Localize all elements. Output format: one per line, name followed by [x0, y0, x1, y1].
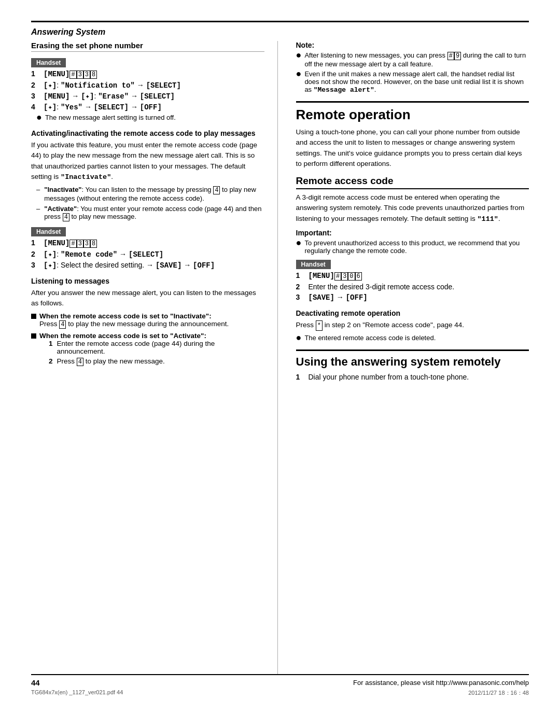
step-3: 3 [MENU] → [✦]: "Erase" → [SELECT] — [31, 92, 264, 101]
step-4-note: ● The new message alert setting is turne… — [36, 114, 264, 122]
section-activating-title: Activating/inactivating the remote acces… — [31, 129, 264, 137]
remote-op-title: Remote operation — [296, 101, 529, 123]
activating-steps: 1 [MENU]#338 2 [✦]: "Remote code" → [SEL… — [31, 239, 264, 270]
act-step-2: 2 [✦]: "Remote code" → [SELECT] — [31, 250, 264, 259]
act-step-1: 1 [MENU]#338 — [31, 239, 264, 248]
footer-page-num: 44 — [31, 678, 40, 687]
sub-step-1: 1 Enter the remote access code (page 44)… — [49, 340, 264, 355]
section-erasing-title: Erasing the set phone number — [31, 41, 264, 52]
meta-right: 2012/11/27 18：16：48 — [468, 689, 529, 697]
note-section: Note: ● After listening to new messages,… — [296, 41, 529, 94]
footer-center: For assistance, please visit http://www.… — [353, 679, 529, 687]
section-listening-title: Listening to messages — [31, 277, 264, 285]
remote-access-body: A 3-digit remote access code must be ent… — [296, 192, 529, 225]
step-2: 2 [✦]: "Notification to" → [SELECT] — [31, 81, 264, 90]
act-step-3: 3 [✦]: Select the desired setting. → [SA… — [31, 261, 264, 270]
dash-activate: – "Activate": You must enter your remote… — [36, 205, 264, 221]
page-footer: 44 For assistance, please visit http://w… — [31, 674, 529, 687]
important-bullet: ● To prevent unauthorized access to this… — [296, 239, 529, 255]
ra-step-1: 1 [MENU]#306 — [296, 271, 529, 281]
deactivating-bullet: ● The entered remote access code is dele… — [296, 334, 529, 342]
section-listening: Listening to messages After you answer t… — [31, 277, 264, 368]
section-erasing: Erasing the set phone number Handset 1 [… — [31, 41, 264, 122]
right-column: Note: ● After listening to new messages,… — [293, 41, 529, 674]
note-label: Note: — [296, 41, 529, 49]
sq-item-inactivate: When the remote access code is set to "I… — [31, 312, 264, 329]
meta-bar: TG684x7x(en) _1127_ver021.pdf 44 2012/11… — [31, 689, 529, 697]
step-4: 4 [✦]: "Yes" → [SELECT] → [OFF] — [31, 103, 264, 111]
meta-left: TG684x7x(en) _1127_ver021.pdf 44 — [31, 689, 123, 697]
left-column: Erasing the set phone number Handset 1 [… — [31, 41, 278, 674]
section-deactivating: Deactivating remote operation Press * in… — [296, 309, 529, 342]
ra-step-3: 3 [SAVE] → [OFF] — [296, 293, 529, 302]
dash-inactivate: – "Inactivate": You can listen to the me… — [36, 186, 264, 202]
section-using-remotely: Using the answering system remotely 1 Di… — [296, 349, 529, 381]
important-label: Important: — [296, 229, 529, 237]
ur-step-1: 1 Dial your phone number from a touch-to… — [296, 373, 529, 381]
section-activating: Activating/inactivating the remote acces… — [31, 129, 264, 270]
using-remotely-steps: 1 Dial your phone number from a touch-to… — [296, 373, 529, 381]
note-item-2: ● Even if the unit makes a new message a… — [296, 70, 529, 94]
handset-badge-2: Handset — [31, 227, 66, 236]
remote-access-title: Remote access code — [296, 175, 529, 189]
deactivating-body: Press * in step 2 on "Remote access code… — [296, 320, 529, 331]
step-1: 1 [MENU]#338 — [31, 69, 264, 79]
handset-badge-3: Handset — [296, 260, 331, 269]
page: Answering System Erasing the set phone n… — [0, 0, 560, 728]
sq-item-activate: When the remote access code is set to "A… — [31, 332, 264, 368]
page-header: Answering System — [31, 27, 529, 37]
activating-body: If you activate this feature, you must e… — [31, 140, 264, 183]
listening-body: After you answer the new message alert, … — [31, 288, 264, 309]
two-column-layout: Erasing the set phone number Handset 1 [… — [31, 41, 529, 674]
handset-badge-1: Handset — [31, 58, 66, 67]
activate-sub-steps: 1 Enter the remote access code (page 44)… — [49, 340, 264, 366]
header-title: Answering System — [31, 27, 105, 36]
ra-step-2: 2 Enter the desired 3-digit remote acces… — [296, 283, 529, 291]
deactivating-title: Deactivating remote operation — [296, 309, 529, 317]
top-border — [31, 21, 529, 22]
note-item-1: ● After listening to new messages, you c… — [296, 51, 529, 68]
sub-step-2: 2 Press 4 to play the new message. — [49, 357, 264, 366]
erasing-steps: 1 [MENU]#338 2 [✦]: "Notification to" → … — [31, 69, 264, 111]
remote-access-steps: 1 [MENU]#306 2 Enter the desired 3-digit… — [296, 271, 529, 302]
remote-op-body: Using a touch-tone phone, you can call y… — [296, 127, 529, 169]
using-remotely-title: Using the answering system remotely — [296, 349, 529, 369]
